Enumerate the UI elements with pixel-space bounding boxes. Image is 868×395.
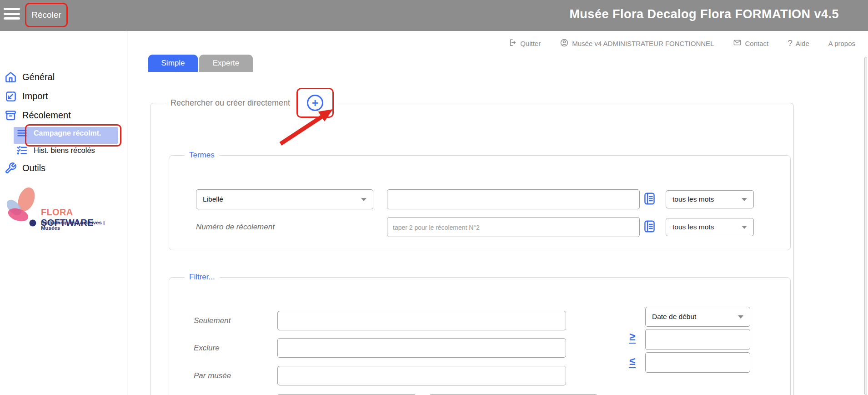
termes-section: Termes Libellé tous les mots Numéro de r… xyxy=(169,151,791,250)
archive-box-icon xyxy=(5,109,17,122)
exit-icon xyxy=(508,38,517,48)
term-mode-select[interactable]: tous les mots xyxy=(666,190,754,208)
numero-recolement-label: Numéro de récolement xyxy=(196,217,275,237)
quitter-link[interactable]: Quitter xyxy=(508,38,541,48)
search-create-legend-text: Rechercher ou créer directement xyxy=(171,98,290,107)
numero-mode-value: tous les mots xyxy=(672,223,714,231)
par-musee-label: Par musée xyxy=(194,366,231,386)
sidebar-item-label: Outils xyxy=(22,163,45,173)
contact-label: Contact xyxy=(745,40,768,47)
seulement-input[interactable] xyxy=(277,311,566,330)
question-icon: ? xyxy=(788,38,793,48)
sidebar-item-campagne-recolement[interactable]: Campagne récolmt. xyxy=(16,127,101,139)
import-icon xyxy=(5,90,17,102)
seulement-label: Seulement xyxy=(194,311,231,331)
term-mode-value: tous les mots xyxy=(672,195,714,203)
term-value-input[interactable] xyxy=(387,189,640,209)
flora-software-logo: FLORA SOFTWARE Bibliothèques | Archives … xyxy=(4,186,124,231)
sidebar: Général Import Récolement Campagne récol… xyxy=(0,31,127,395)
chevron-down-icon xyxy=(742,198,747,201)
sidebar-item-label: Récolement xyxy=(22,110,71,121)
user-label: Musée v4 ADMINISTRATEUR FONCTIONNEL xyxy=(572,40,714,47)
mail-icon xyxy=(733,38,742,48)
plus-annotation-box: + xyxy=(296,88,334,118)
logo-tagline: Bibliothèques | Archives | Musées xyxy=(41,220,124,231)
date-to-input[interactable] xyxy=(645,352,750,373)
termes-legend: Termes xyxy=(185,151,219,160)
search-create-legend: Rechercher ou créer directement + xyxy=(166,88,338,118)
less-equal-icon: ≤ xyxy=(629,355,636,368)
tab-simple[interactable]: Simple xyxy=(148,55,198,72)
search-create-section: Rechercher ou créer directement + Termes… xyxy=(150,88,794,395)
user-icon xyxy=(560,38,569,49)
par-musee-input[interactable] xyxy=(277,366,566,385)
chevron-down-icon xyxy=(738,315,743,319)
sidebar-item-general[interactable]: Général xyxy=(5,71,55,83)
hamburger-icon[interactable] xyxy=(4,8,22,23)
date-field-value: Date de début xyxy=(652,313,696,321)
module-label[interactable]: Récoler xyxy=(31,10,61,20)
thesaurus-book-icon[interactable] xyxy=(643,192,656,205)
sidebar-item-label: Import xyxy=(22,91,48,101)
numero-mode-select[interactable]: tous les mots xyxy=(666,218,754,236)
term-field-value: Libellé xyxy=(203,195,223,203)
sidebar-item-hist-biens-recoles[interactable]: Hist. biens récolés xyxy=(16,145,95,156)
sidebar-item-label: Hist. biens récolés xyxy=(34,146,95,155)
menu-lines-icon xyxy=(16,127,28,139)
sidebar-item-recolement[interactable]: Récolement xyxy=(5,109,71,122)
chevron-down-icon xyxy=(361,198,366,201)
aide-link[interactable]: ? Aide xyxy=(788,38,809,48)
greater-equal-icon: ≥ xyxy=(629,331,636,344)
date-from-input[interactable] xyxy=(645,329,750,350)
aide-label: Aide xyxy=(796,40,809,47)
checklist-icon xyxy=(16,145,28,156)
tab-experte[interactable]: Experte xyxy=(199,55,253,72)
numero-recolement-input[interactable] xyxy=(387,217,640,237)
term-field-select[interactable]: Libellé xyxy=(196,189,373,209)
apropos-label: A propos xyxy=(828,40,855,47)
sidebar-item-outils[interactable]: Outils xyxy=(5,162,45,174)
app-title: Musée Flora Decalog Flora FORMATION v4.5 xyxy=(569,7,839,21)
filtrer-legend: Filtrer... xyxy=(185,273,220,282)
exclure-input[interactable] xyxy=(277,338,566,358)
app-window: Récoler Musée Flora Decalog Flora FORMAT… xyxy=(0,0,868,395)
quitter-label: Quitter xyxy=(520,40,541,47)
vertical-scrollbar[interactable] xyxy=(864,57,867,395)
home-icon xyxy=(5,71,17,83)
recoler-annotation-box: Récoler xyxy=(25,3,68,27)
create-plus-button[interactable]: + xyxy=(307,95,323,111)
user-menu[interactable]: Musée v4 ADMINISTRATEUR FONCTIONNEL xyxy=(560,38,714,49)
chevron-down-icon xyxy=(742,226,747,229)
topbar: Récoler Musée Flora Decalog Flora FORMAT… xyxy=(0,0,868,31)
subheader: Quitter Musée v4 ADMINISTRATEUR FONCTION… xyxy=(127,31,868,56)
contact-link[interactable]: Contact xyxy=(733,38,768,48)
sidebar-item-label: Général xyxy=(22,72,55,82)
flora-petals-icon xyxy=(4,186,41,230)
wrench-icon xyxy=(5,162,17,174)
thesaurus-book-icon[interactable] xyxy=(643,220,656,233)
sidebar-item-import[interactable]: Import xyxy=(5,90,48,102)
filtrer-section: Filtrer... Seulement Exclure Par musée I… xyxy=(169,273,791,395)
date-field-select[interactable]: Date de début xyxy=(645,307,750,327)
exclure-label: Exclure xyxy=(194,338,220,358)
apropos-link[interactable]: A propos xyxy=(828,40,855,47)
sidebar-item-label: Campagne récolmt. xyxy=(34,129,101,137)
